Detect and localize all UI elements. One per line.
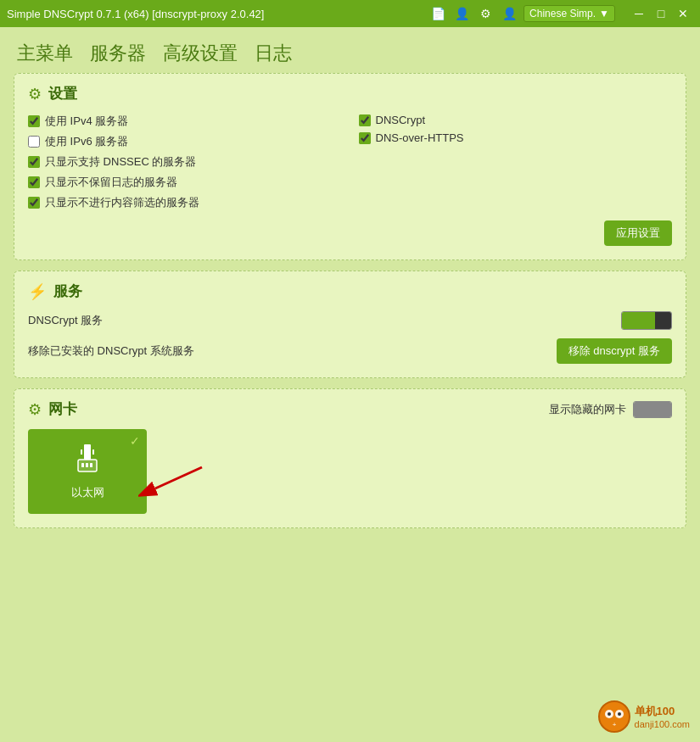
gear-icon[interactable]: ⚙: [476, 4, 495, 23]
checkbox-ipv6: 使用 IPv6 服务器: [28, 134, 342, 149]
person-icon[interactable]: 👤: [500, 4, 518, 23]
watermark-domain: danji100.com: [635, 719, 690, 729]
checkbox-dnscrypt: DNSCrypt: [359, 114, 673, 126]
remove-service-row: 移除已安装的 DNSCrypt 系统服务 移除 dnscrypt 服务: [28, 338, 672, 364]
nic-title: 网卡: [48, 399, 77, 419]
checkbox-doh-input[interactable]: [359, 132, 371, 144]
settings-left-col: 使用 IPv4 服务器 使用 IPv6 服务器 只显示支持 DNSSEC 的服务…: [28, 114, 342, 210]
checkbox-nofilter-input[interactable]: [28, 197, 40, 209]
settings-right-col: DNSCrypt DNS-over-HTTPS: [359, 114, 673, 210]
nic-show-hidden: 显示隐藏的网卡: [549, 401, 672, 418]
svg-point-12: [608, 712, 611, 716]
nav-logs[interactable]: 日志: [255, 41, 292, 66]
settings-icon: ⚙: [28, 85, 42, 103]
watermark: + 单机100 danji100.com: [597, 700, 690, 734]
minimize-button[interactable]: ─: [629, 3, 649, 24]
remove-service-button[interactable]: 移除 dnscrypt 服务: [557, 338, 672, 364]
service-panel-header: ⚡ 服务: [28, 282, 672, 301]
service-label: DNSCrypt 服务: [28, 313, 103, 328]
checkbox-ipv4-label: 使用 IPv4 服务器: [45, 114, 128, 129]
service-toggle[interactable]: [621, 311, 672, 330]
settings-panel-header: ⚙ 设置: [28, 84, 672, 103]
watermark-text-block: 单机100 danji100.com: [635, 704, 690, 729]
nav-main-menu[interactable]: 主菜单: [17, 41, 73, 66]
title-bar: Simple DNSCrypt 0.7.1 (x64) [dnscrypt-pr…: [0, 0, 700, 27]
settings-panel: ⚙ 设置 使用 IPv4 服务器 使用 IPv6 服务器 只显示支持 DNSSE…: [14, 73, 686, 260]
svg-point-13: [618, 712, 621, 716]
watermark-logo: +: [597, 700, 631, 734]
service-status-row: DNSCrypt 服务: [28, 311, 672, 330]
svg-rect-2: [92, 449, 94, 455]
window-controls: ─ □ ✕: [629, 3, 693, 24]
nic-panel-header: ⚙ 网卡: [28, 399, 77, 419]
service-title: 服务: [53, 282, 82, 301]
checkbox-ipv6-label: 使用 IPv6 服务器: [45, 134, 128, 149]
app-title: Simple DNSCrypt 0.7.1 (x64) [dnscrypt-pr…: [7, 8, 428, 20]
checkbox-ipv4: 使用 IPv4 服务器: [28, 114, 342, 129]
checkbox-nofilter-label: 只显示不进行内容筛选的服务器: [45, 195, 199, 210]
checkbox-dnscrypt-label: DNSCrypt: [376, 114, 426, 126]
svg-rect-4: [81, 463, 84, 467]
checkbox-dnssec-label: 只显示支持 DNSSEC 的服务器: [45, 154, 196, 170]
nic-icon-header: ⚙: [28, 400, 42, 419]
nic-cards-container: ✓ 以太网: [28, 429, 672, 514]
settings-checkboxes: 使用 IPv4 服务器 使用 IPv6 服务器 只显示支持 DNSSEC 的服务…: [28, 114, 672, 210]
nic-show-hidden-label: 显示隐藏的网卡: [549, 402, 626, 417]
checkbox-dnssec: 只显示支持 DNSSEC 的服务器: [28, 154, 342, 170]
service-icon: ⚡: [28, 282, 47, 301]
settings-title: 设置: [48, 84, 77, 103]
main-nav: 主菜单 服务器 高级设置 日志: [0, 27, 700, 73]
title-bar-icons: 📄 👤 ⚙ 👤 Chinese Simp. ▼: [428, 4, 615, 23]
service-panel: ⚡ 服务 DNSCrypt 服务 移除已安装的 DNSCrypt 系统服务 移除…: [14, 271, 686, 378]
svg-rect-5: [86, 463, 88, 467]
checkbox-doh: DNS-over-HTTPS: [359, 131, 673, 144]
svg-line-8: [155, 467, 202, 488]
close-button[interactable]: ✕: [673, 3, 693, 24]
svg-rect-1: [81, 449, 82, 455]
apply-settings-button[interactable]: 应用设置: [604, 220, 672, 246]
svg-rect-6: [90, 463, 92, 467]
doc-icon[interactable]: 📄: [428, 4, 447, 23]
nic-ethernet-label: 以太网: [71, 485, 104, 500]
nic-card-ethernet[interactable]: ✓ 以太网: [28, 429, 147, 514]
remove-service-label: 移除已安装的 DNSCrypt 系统服务: [28, 343, 194, 359]
user-icon[interactable]: 👤: [452, 4, 471, 23]
checkbox-doh-label: DNS-over-HTTPS: [376, 131, 464, 144]
toggle-on: [622, 312, 655, 329]
toggle-off: [655, 312, 671, 329]
restore-button[interactable]: □: [651, 3, 671, 24]
nic-hidden-toggle[interactable]: [633, 401, 672, 418]
nic-header-row: ⚙ 网卡 显示隐藏的网卡: [28, 399, 672, 419]
checkbox-dnscrypt-input[interactable]: [359, 114, 371, 126]
watermark-site-name: 单机100: [635, 704, 690, 719]
nic-toggle-off: [634, 402, 671, 417]
svg-rect-0: [84, 444, 91, 460]
nic-ethernet-icon: [72, 443, 103, 480]
nav-servers[interactable]: 服务器: [90, 41, 146, 66]
checkbox-nolog-input[interactable]: [28, 176, 40, 188]
checkbox-nofilter: 只显示不进行内容筛选的服务器: [28, 195, 342, 210]
svg-text:+: +: [612, 721, 616, 728]
red-arrow-icon: [138, 459, 206, 501]
nav-advanced[interactable]: 高级设置: [163, 41, 238, 66]
apply-btn-row: 应用设置: [28, 220, 672, 246]
checkbox-nolog: 只显示不保留日志的服务器: [28, 175, 342, 190]
checkbox-ipv4-input[interactable]: [28, 115, 40, 127]
lang-dropdown[interactable]: Chinese Simp. ▼: [524, 5, 615, 22]
nic-panel: ⚙ 网卡 显示隐藏的网卡 ✓: [14, 388, 686, 528]
main-content: ⚙ 设置 使用 IPv4 服务器 使用 IPv6 服务器 只显示支持 DNSSE…: [0, 73, 700, 542]
nic-check-mark: ✓: [130, 434, 140, 448]
checkbox-ipv6-input[interactable]: [28, 136, 40, 148]
checkbox-dnssec-input[interactable]: [28, 156, 40, 168]
checkbox-nolog-label: 只显示不保留日志的服务器: [45, 175, 177, 190]
